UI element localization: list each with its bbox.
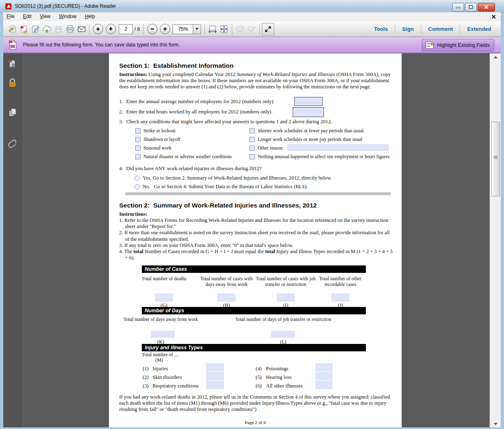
section1-heading: Section 1: Establishment Information <box>119 62 234 69</box>
days-away-cases-input[interactable] <box>217 293 236 302</box>
checkbox-strike-or-lockout[interactable] <box>135 128 141 134</box>
cloud-upload-icon[interactable] <box>41 23 53 35</box>
checkbox-longer-schedules[interactable] <box>250 137 255 142</box>
tools-link[interactable]: Tools <box>367 25 395 34</box>
instructions-text: Using your completed Calendar Year 2012 <box>147 72 236 77</box>
open-file-icon[interactable] <box>7 23 18 35</box>
zoom-dropdown-button[interactable] <box>193 24 201 34</box>
instruction-item: 1. Refer to the OSHA Forms for Recording… <box>119 217 394 230</box>
days-transfer-input[interactable] <box>271 331 295 338</box>
next-page-button[interactable] <box>106 24 116 34</box>
checkbox-nothing-unusual[interactable] <box>250 154 255 159</box>
checkbox-label: Strike or lockout <box>143 128 176 134</box>
menu-view[interactable]: View <box>37 12 54 21</box>
section-divider <box>125 192 391 195</box>
checkbox-shorter-schedules[interactable] <box>250 128 255 134</box>
radio-no[interactable] <box>134 184 140 189</box>
toolbar-separator <box>204 24 205 35</box>
checkbox-label: Longer work schedules or more pay period… <box>258 137 362 142</box>
type-num: (5) <box>256 374 261 381</box>
pages-icon[interactable] <box>7 107 18 118</box>
document-pane[interactable]: Section 1: Establishment Information Ins… <box>22 53 490 427</box>
other-reason-input[interactable] <box>287 144 389 151</box>
attachments-paperclip-icon[interactable] <box>7 138 18 149</box>
comment-link[interactable]: Comment <box>421 25 460 34</box>
toolbar-separator <box>143 24 144 35</box>
fit-width-icon[interactable] <box>207 23 218 35</box>
sign-link[interactable]: Sign <box>395 25 421 34</box>
page-thumbnails-icon[interactable] <box>7 58 18 70</box>
other-cases-input[interactable] <box>331 293 349 302</box>
other-illnesses-input[interactable] <box>315 381 333 389</box>
injuries-input[interactable] <box>206 363 224 372</box>
fill-sign-icon[interactable] <box>30 23 41 35</box>
hearing-loss-input[interactable] <box>315 372 333 381</box>
form-message: Please fill out the following form. You … <box>23 42 180 48</box>
poisonings-input[interactable] <box>315 363 333 372</box>
toolbar: / 6 T Tools Sign Comment Extended <box>3 21 501 37</box>
q4-number: 4. <box>119 166 123 172</box>
zoom-out-button[interactable] <box>147 24 157 34</box>
deaths-note: If you had any work-related deaths in 20… <box>119 394 393 413</box>
menu-file[interactable]: File <box>3 12 18 21</box>
radio-no-label: No. Go to Section 4: Submit Your Data to… <box>143 184 308 190</box>
extended-link[interactable]: Extended <box>460 25 498 34</box>
fit-page-icon[interactable] <box>218 23 230 35</box>
vertical-scrollbar[interactable] <box>490 53 501 427</box>
section2-instructions-label: Instructions: <box>119 211 147 217</box>
days-col-label: Total number of days of job transfer or … <box>234 316 333 322</box>
type-label: Respiratory conditions <box>153 383 199 389</box>
close-button[interactable] <box>478 3 495 12</box>
page-number-input[interactable] <box>119 24 133 34</box>
type-label: Skin disorders <box>153 374 182 381</box>
form-document-icon <box>8 39 17 50</box>
days-away-input[interactable] <box>151 331 175 338</box>
security-lock-icon[interactable] <box>7 77 18 89</box>
checkbox-other-reason[interactable] <box>250 145 255 151</box>
form-notification-bar: Please fill out the following form. You … <box>3 37 501 53</box>
instructions-italic-title: Summary of Work-Related Injuries and Ill… <box>237 72 335 77</box>
cases-col-label: Total number of cases with days away fro… <box>196 276 257 287</box>
skin-disorders-input[interactable] <box>206 372 224 381</box>
scroll-down-button[interactable] <box>490 420 501 427</box>
radio-yes[interactable] <box>134 175 140 181</box>
q1-text: Enter the annual average number of emplo… <box>126 99 275 105</box>
checkbox-shutdown-or-layoff[interactable] <box>135 137 141 142</box>
menu-help[interactable]: Help <box>81 12 98 21</box>
instruction-item: 4. The total Number of Cases recorded in… <box>119 249 394 261</box>
pdf-page: Section 1: Establishment Information Ins… <box>109 53 402 427</box>
create-pdf-icon[interactable] <box>18 23 30 35</box>
zoom-level-input[interactable] <box>173 24 193 34</box>
respiratory-input[interactable] <box>206 381 224 389</box>
page-footer: Page 2 of 6 <box>109 420 402 426</box>
checkbox-seasonal-work[interactable] <box>135 145 141 151</box>
previous-page-button[interactable] <box>93 24 103 34</box>
email-icon[interactable] <box>76 23 87 35</box>
scrollbar-thumb[interactable] <box>491 122 500 196</box>
cases-col-label: Total number of cases with job transfer … <box>255 276 317 287</box>
highlight-fields-button[interactable]: Highlight Existing Fields <box>422 39 494 51</box>
minimize-button[interactable] <box>452 3 464 12</box>
employees-input[interactable] <box>294 97 323 106</box>
menu-window[interactable]: Window <box>55 12 80 21</box>
instructions-label: Instructions: <box>119 72 147 77</box>
q1-number: 1. <box>119 99 123 105</box>
cases-table-header: Number of Cases <box>142 265 366 273</box>
cases-col-label: Total number of deaths <box>133 276 195 281</box>
close-document-icon[interactable] <box>491 14 497 20</box>
page-count-label: / 6 <box>134 26 140 32</box>
q3-text: Check any conditions that might have aff… <box>126 119 332 125</box>
hours-worked-input[interactable] <box>293 107 324 117</box>
toolbar-separator <box>232 24 232 35</box>
print-icon[interactable] <box>64 23 76 35</box>
deaths-input[interactable] <box>155 293 173 302</box>
menu-edit[interactable]: Edit <box>20 12 35 21</box>
save-icon <box>53 23 64 35</box>
restore-button[interactable] <box>465 3 477 12</box>
scroll-up-button[interactable] <box>490 53 501 60</box>
fullscreen-icon[interactable] <box>262 23 274 35</box>
zoom-in-button[interactable] <box>160 24 170 34</box>
checkbox-natural-disaster[interactable] <box>135 154 141 159</box>
checkbox-label: Shorter work schedules or fewer pay peri… <box>258 128 364 134</box>
transfer-cases-input[interactable] <box>277 293 295 302</box>
